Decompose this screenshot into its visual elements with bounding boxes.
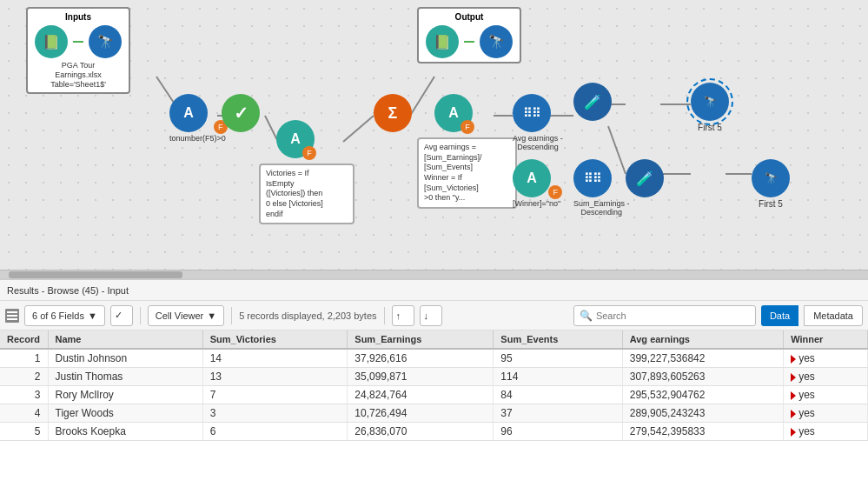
cell-sum-earnings: 37,926,616 — [348, 349, 494, 368]
svg-line-4 — [410, 77, 434, 116]
sort-down-btn[interactable]: ↓ — [420, 305, 442, 326]
winner-value: yes — [798, 407, 815, 419]
cell-sum-earnings: 35,099,871 — [348, 368, 494, 386]
cell-winner: yes — [784, 423, 868, 441]
cell-record: 5 — [0, 423, 48, 441]
cell-sum-earnings: 10,726,494 — [348, 404, 494, 423]
table-header-row: Record Name Sum_Victories Sum_Earnings S… — [0, 330, 868, 349]
search-input[interactable] — [596, 310, 744, 321]
results-panel: Results - Browse (45) - Input 6 of 6 Fie… — [0, 278, 868, 494]
col-header-record[interactable]: Record — [0, 330, 48, 349]
svg-line-3 — [343, 116, 374, 142]
sum-node[interactable]: Σ — [374, 94, 412, 132]
table-row: 5Brooks Koepka626,836,07096279,542,39583… — [0, 423, 868, 441]
first5-top[interactable]: 🔭 First 5 — [691, 83, 729, 132]
winner-indicator — [791, 410, 796, 418]
canvas-scrollbar-thumb[interactable] — [9, 271, 182, 278]
cell-sum-events: 84 — [494, 386, 622, 404]
cell-sum-victories: 13 — [202, 368, 348, 386]
first5-top-label: First 5 — [691, 123, 729, 132]
results-table: Record Name Sum_Victories Sum_Earnings S… — [0, 330, 868, 441]
cell-record: 1 — [0, 349, 48, 368]
sidebar-toggle[interactable] — [5, 309, 19, 323]
file-label: PGA Tour Earnings.xlsx Table='Sheet1$' — [35, 61, 122, 89]
cell-winner: yes — [784, 368, 868, 386]
fields-label: 6 of 6 Fields — [32, 310, 84, 321]
winner-formula-node[interactable]: A F [Winner]="no" — [513, 159, 560, 208]
lab-node-bottom[interactable]: 🧪 — [626, 159, 664, 197]
cell-record: 3 — [0, 386, 48, 404]
sort1-label: Avg earnings -Descending — [513, 134, 563, 151]
table-row: 1Dustin Johnson1437,926,61695399,227,536… — [0, 349, 868, 368]
cell-sum-victories: 7 — [202, 386, 348, 404]
checkmark-node[interactable]: ✓ — [222, 94, 260, 132]
col-header-sum-events[interactable]: Sum_Events — [494, 330, 622, 349]
viewer-selector[interactable]: Cell Viewer ▼ — [148, 305, 224, 326]
table-row: 4Tiger Woods310,726,49437289,905,243243y… — [0, 404, 868, 423]
formula-text: Victories = IfIsEmpty([Victories]) then0… — [259, 164, 354, 224]
col-header-avg-earnings[interactable]: Avg earnings — [622, 330, 783, 349]
metadata-button[interactable]: Metadata — [804, 305, 863, 326]
cell-sum-victories: 14 — [202, 349, 348, 368]
col-header-winner[interactable]: Winner — [784, 330, 868, 349]
sort-up-btn[interactable]: ↑ — [392, 305, 414, 326]
search-container: 🔍 — [573, 305, 756, 326]
records-info: 5 records displayed, 2,203 bytes — [239, 310, 376, 321]
cell-sum-victories: 3 — [202, 404, 348, 423]
col-header-sum-earnings[interactable]: Sum_Earnings — [348, 330, 494, 349]
results-title-bar: Results - Browse (45) - Input — [0, 280, 868, 301]
cell-avg-earnings: 279,542,395833 — [622, 423, 783, 441]
cell-avg-earnings: 295,532,904762 — [622, 386, 783, 404]
canvas-scrollbar[interactable] — [0, 270, 868, 278]
output-container: Output 📗 🔭 — [417, 7, 521, 63]
winner-indicator — [791, 391, 796, 400]
apply-btn[interactable]: ✓ — [110, 305, 133, 326]
cell-sum-events: 96 — [494, 423, 622, 441]
cell-name: Dustin Johnson — [48, 349, 202, 368]
cell-avg-earnings: 307,893,605263 — [622, 368, 783, 386]
fields-selector[interactable]: 6 of 6 Fields ▼ — [24, 305, 105, 326]
viewer-label: Cell Viewer — [156, 310, 203, 321]
winner-indicator — [791, 428, 796, 437]
cell-record: 2 — [0, 368, 48, 386]
input-browse-node[interactable]: 🔭 — [89, 25, 122, 58]
output-label: Output — [426, 12, 513, 22]
cell-name: Brooks Koepka — [48, 423, 202, 441]
winner-value: yes — [798, 370, 815, 383]
flow-canvas[interactable]: Inputs 📗 🔭 PGA Tour Earnings.xlsx Table=… — [0, 0, 868, 270]
first5-bottom-label: First 5 — [752, 199, 790, 209]
winner-label: [Winner]="no" — [513, 199, 560, 208]
cell-name: Rory McIlroy — [48, 386, 202, 404]
results-table-container[interactable]: Record Name Sum_Victories Sum_Earnings S… — [0, 330, 868, 494]
cell-sum-earnings: 24,824,764 — [348, 386, 494, 404]
table-row: 3Rory McIlroy724,824,76484295,532,904762… — [0, 386, 868, 404]
table-row: 2Justin Thomas1335,099,871114307,893,605… — [0, 368, 868, 386]
data-button[interactable]: Data — [761, 305, 798, 326]
avg-formula-node[interactable]: A F Avg earnings =[Sum_Earnings]/[Sum_Ev… — [434, 94, 473, 132]
results-title: Results - Browse (45) - Input — [7, 285, 129, 296]
filter-node[interactable]: A F tonumber(F5)>0 — [169, 94, 226, 143]
results-toolbar: 6 of 6 Fields ▼ ✓ Cell Viewer ▼ 5 record… — [0, 301, 868, 330]
winner-indicator — [791, 373, 796, 382]
inputs-container: Inputs 📗 🔭 PGA Tour Earnings.xlsx Table=… — [26, 7, 130, 94]
sort-node2[interactable]: ⠿⠿ Sum_Earnings -Descending — [573, 159, 630, 217]
input-book-node[interactable]: 📗 — [35, 25, 68, 58]
winner-indicator — [791, 355, 796, 364]
cell-winner: yes — [784, 404, 868, 423]
col-header-sum-victories[interactable]: Sum_Victories — [202, 330, 348, 349]
viewer-chevron-icon: ▼ — [207, 310, 216, 321]
sort-node1[interactable]: ⠿⠿ Avg earnings -Descending — [513, 94, 563, 151]
col-header-name[interactable]: Name — [48, 330, 202, 349]
sort2-label: Sum_Earnings -Descending — [573, 199, 630, 217]
inputs-label: Inputs — [35, 12, 122, 22]
first5-bottom[interactable]: 🔭 First 5 — [752, 159, 790, 209]
output-browse-node[interactable]: 🔭 — [480, 25, 513, 58]
output-book-node[interactable]: 📗 — [426, 25, 459, 58]
cell-name: Justin Thomas — [48, 368, 202, 386]
lab-node-top[interactable]: 🧪 — [573, 83, 612, 121]
formula-node[interactable]: A F Victories = IfIsEmpty([Victories]) t… — [276, 120, 315, 158]
cell-sum-earnings: 26,836,070 — [348, 423, 494, 441]
cell-sum-events: 37 — [494, 404, 622, 423]
cell-avg-earnings: 399,227,536842 — [622, 349, 783, 368]
cell-winner: yes — [784, 386, 868, 404]
